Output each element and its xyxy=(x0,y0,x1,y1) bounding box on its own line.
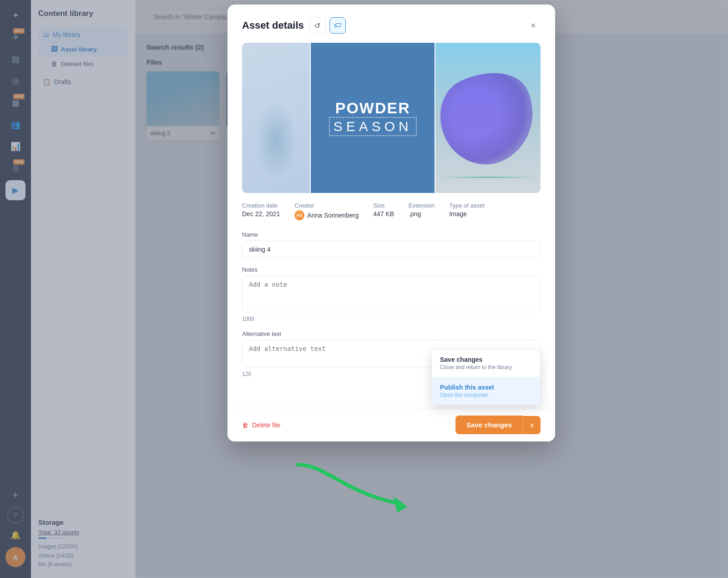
metadata-row: Creation date Dec 22, 2021 Creator AS An… xyxy=(242,202,541,220)
asset-details-modal: Asset details ↺ 🏷 × POWDER SEASON Creati… xyxy=(228,5,555,441)
modal-header-actions: ↺ 🏷 xyxy=(309,17,346,34)
trash-icon: 🗑 xyxy=(242,421,248,429)
save-dropdown-toggle[interactable]: ∧ xyxy=(523,416,541,434)
dropdown-item-sub-2: Open the composer xyxy=(440,392,532,398)
save-changes-option[interactable]: Save changes Close and return to the lib… xyxy=(432,350,540,377)
notes-label: Notes xyxy=(242,266,541,273)
modal-title: Asset details ↺ 🏷 xyxy=(242,17,346,34)
preview-left xyxy=(242,43,310,193)
meta-creator: Creator AS Anna Sonnenberg xyxy=(294,202,359,220)
close-button[interactable]: × xyxy=(526,18,541,33)
tag-button[interactable]: 🏷 xyxy=(329,17,346,34)
modal-header: Asset details ↺ 🏷 × xyxy=(242,17,541,34)
history-button[interactable]: ↺ xyxy=(309,17,326,34)
dropdown-item-title-1: Save changes xyxy=(440,356,532,363)
creator-avatar: AS xyxy=(294,210,304,220)
name-form-group: Name xyxy=(242,231,541,258)
save-dropdown: Save changes Close and return to the lib… xyxy=(431,349,541,405)
modal-footer: 🗑 Delete file Save changes ∧ xyxy=(228,408,555,441)
season-text: SEASON xyxy=(329,117,417,136)
meta-size: Size 447 KB xyxy=(373,202,394,218)
notes-char-count: 1000 xyxy=(242,316,541,322)
delete-file-button[interactable]: 🗑 Delete file xyxy=(242,421,280,429)
footer-right: Save changes ∧ xyxy=(455,416,541,434)
notes-form-group: Notes 1000 xyxy=(242,266,541,322)
meta-extension: Extension .png xyxy=(409,202,435,218)
save-changes-button[interactable]: Save changes xyxy=(455,416,523,434)
alt-text-label: Alternative text xyxy=(242,330,541,337)
name-input[interactable] xyxy=(242,241,541,258)
preview-center: POWDER SEASON xyxy=(311,43,435,193)
preview-right xyxy=(435,43,541,193)
image-preview-strip: POWDER SEASON xyxy=(242,43,541,193)
dropdown-item-title-2: Publish this asset xyxy=(440,384,532,391)
name-label: Name xyxy=(242,231,541,238)
publish-asset-option[interactable]: Publish this asset Open the composer xyxy=(432,377,540,405)
meta-creation-date: Creation date Dec 22, 2021 xyxy=(242,202,280,218)
powder-text: POWDER xyxy=(335,100,410,117)
notes-textarea[interactable] xyxy=(242,276,541,312)
dropdown-item-sub-1: Close and return to the library xyxy=(440,364,532,370)
meta-type: Type of asset Image xyxy=(449,202,484,218)
